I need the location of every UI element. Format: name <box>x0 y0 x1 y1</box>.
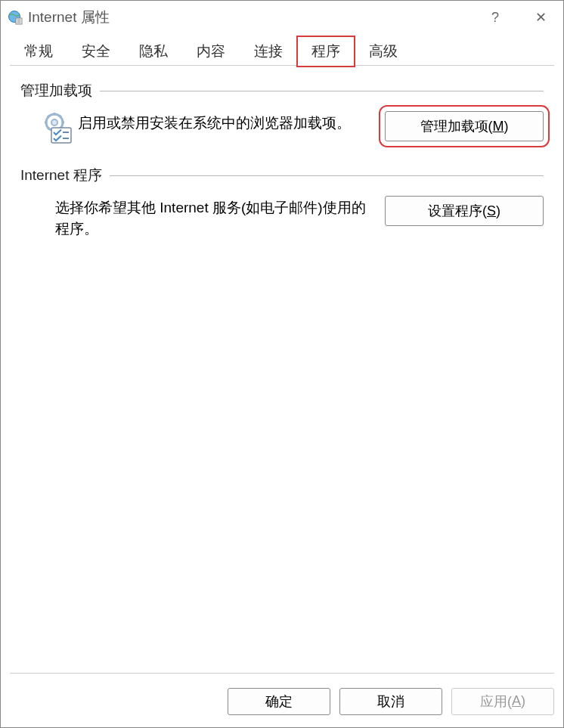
button-label-prefix: 管理加载项( <box>420 117 493 135</box>
button-label: 取消 <box>377 692 404 711</box>
group-header: 管理加载项 <box>20 81 544 101</box>
svg-line-11 <box>48 116 50 118</box>
button-accelerator: A <box>512 693 521 709</box>
tab-panel-programs: 管理加载项 <box>10 66 554 673</box>
button-label-prefix: 设置程序( <box>428 202 487 220</box>
addons-description: 启用或禁用安装在系统中的浏览器加载项。 <box>78 111 377 134</box>
tab-label: 常规 <box>24 43 53 59</box>
tab-advanced[interactable]: 高级 <box>355 36 412 66</box>
tabs-container: 常规 安全 隐私 内容 连接 程序 高级 <box>1 34 563 66</box>
tab-label: 连接 <box>254 43 283 59</box>
programs-description: 选择你希望其他 Internet 服务(如电子邮件)使用的程序。 <box>55 196 377 239</box>
button-label-suffix: ) <box>504 119 509 135</box>
group-internet-programs: Internet 程序 选择你希望其他 Internet 服务(如电子邮件)使用… <box>20 166 544 239</box>
group-title: 管理加载项 <box>20 81 100 101</box>
tab-label: 高级 <box>369 43 398 59</box>
tab-strip: 常规 安全 隐私 内容 连接 程序 高级 <box>10 34 554 66</box>
titlebar: Internet 属性 ? ✕ <box>1 1 563 34</box>
help-icon: ? <box>491 10 499 26</box>
group-manage-addons: 管理加载项 <box>20 81 544 144</box>
button-accelerator: S <box>487 203 496 219</box>
apply-button[interactable]: 应用(A) <box>451 688 554 715</box>
tab-label: 隐私 <box>139 43 168 59</box>
group-divider <box>110 175 544 176</box>
button-accelerator: M <box>493 119 504 135</box>
dialog-window: Internet 属性 ? ✕ 常规 安全 隐私 内容 连接 程序 高级 管理加… <box>0 0 564 728</box>
internet-options-icon <box>7 9 23 26</box>
group-header: Internet 程序 <box>20 166 544 185</box>
tab-programs[interactable]: 程序 <box>297 36 355 67</box>
svg-line-14 <box>48 128 50 130</box>
group-title: Internet 程序 <box>20 166 110 185</box>
button-label-suffix: ) <box>496 203 500 219</box>
tab-label: 程序 <box>311 43 340 59</box>
close-icon: ✕ <box>535 9 547 26</box>
tab-privacy[interactable]: 隐私 <box>125 36 182 66</box>
svg-line-13 <box>60 116 62 118</box>
help-button[interactable]: ? <box>473 1 518 34</box>
set-programs-button[interactable]: 设置程序(S) <box>385 196 544 226</box>
tab-content[interactable]: 内容 <box>182 36 240 66</box>
group-divider <box>100 91 544 91</box>
tab-connections[interactable]: 连接 <box>240 36 297 66</box>
ok-button[interactable]: 确定 <box>228 688 330 715</box>
tab-label: 安全 <box>82 43 110 59</box>
close-button[interactable]: ✕ <box>518 1 563 34</box>
cancel-button[interactable]: 取消 <box>339 688 442 715</box>
addons-gear-icon <box>36 111 78 144</box>
tab-general[interactable]: 常规 <box>10 36 67 66</box>
dialog-footer: 确定 取消 应用(A) <box>10 673 554 720</box>
button-label-prefix: 应用( <box>480 692 512 711</box>
window-title: Internet 属性 <box>28 8 110 27</box>
svg-point-6 <box>51 119 57 125</box>
button-label-suffix: ) <box>521 693 525 709</box>
button-label: 确定 <box>265 692 293 711</box>
tab-label: 内容 <box>197 43 225 59</box>
manage-addons-button[interactable]: 管理加载项(M) <box>385 111 544 141</box>
tab-security[interactable]: 安全 <box>67 36 125 66</box>
